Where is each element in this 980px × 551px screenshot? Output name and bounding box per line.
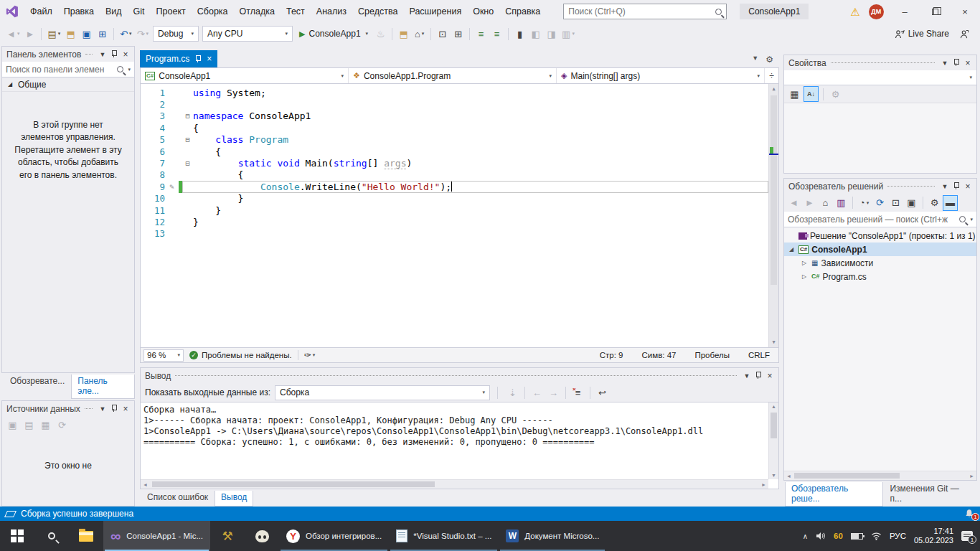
refresh-data-source-icon[interactable]: ⟳: [55, 417, 70, 433]
code-line[interactable]: 9✎ Console.WriteLine("Hello World!");: [141, 181, 768, 192]
class-dropdown[interactable]: ❖ ConsoleApp1.Program ▾: [349, 68, 557, 83]
window-position-menu-icon[interactable]: ▼: [97, 405, 108, 413]
close-icon[interactable]: ×: [120, 50, 131, 60]
tool-tab[interactable]: Обозревате...: [4, 375, 70, 399]
solution-explorer-search-input[interactable]: Обозреватель решений — поиск (Ctrl+ж ▾: [784, 212, 976, 227]
pin-icon[interactable]: [108, 50, 120, 60]
code-editor[interactable]: 1using System;23⊟namespace ConsoleApp14{…: [140, 83, 779, 348]
file-explorer-button[interactable]: [69, 521, 103, 551]
user-avatar[interactable]: ДМ: [869, 4, 884, 19]
wifi-icon[interactable]: [871, 532, 882, 540]
scrollbar-thumb[interactable]: [152, 481, 435, 487]
window-position-menu-icon[interactable]: ▼: [741, 372, 753, 380]
code-line[interactable]: 6 {: [141, 146, 768, 157]
scroll-left-icon[interactable]: ◄: [784, 471, 793, 480]
platform-dropdown[interactable]: Any CPU▾: [202, 26, 293, 42]
tree-item-solution[interactable]: Решение "ConsoleApp1" (проекты: 1 из 1): [784, 229, 976, 242]
prev-message-icon[interactable]: ←: [529, 385, 545, 400]
toolbox-title-bar[interactable]: Панель элементов ▼ ×: [2, 47, 134, 62]
save-all-icon[interactable]: ⊞: [95, 26, 110, 42]
problems-status[interactable]: Проблемы не найдены.: [202, 351, 292, 359]
pin-icon[interactable]: [753, 371, 764, 381]
close-icon[interactable]: ×: [962, 182, 974, 192]
tool-tab[interactable]: Список ошибок: [141, 491, 214, 507]
edit-data-source-icon[interactable]: ▤: [22, 417, 37, 433]
column-indicator[interactable]: Симв: 47: [642, 351, 677, 359]
code-line[interactable]: 5⊟ class Program: [141, 134, 768, 146]
battery-percent[interactable]: 60: [834, 532, 843, 540]
close-icon[interactable]: ×: [120, 404, 131, 414]
menu-item[interactable]: Расширения: [403, 0, 467, 23]
tree-item-csproject[interactable]: ◢C#ConsoleApp1: [784, 242, 976, 256]
word-wrap-icon[interactable]: ↩: [595, 385, 610, 400]
window-position-menu-icon[interactable]: ▼: [97, 51, 108, 58]
scroll-down-icon[interactable]: ▼: [769, 339, 778, 345]
navigate-back-icon[interactable]: ◄▾: [4, 26, 22, 42]
toolbox-group-general[interactable]: ◢ Общие: [2, 77, 134, 92]
tree-item-dependencies[interactable]: ▷▦Зависимости: [784, 256, 976, 270]
property-pages-icon[interactable]: ⚙: [828, 86, 843, 102]
scrollbar-thumb[interactable]: [794, 473, 900, 479]
menu-item[interactable]: Справка: [499, 0, 546, 23]
pin-icon[interactable]: [951, 182, 962, 192]
fold-collapse-icon[interactable]: ⊟: [182, 160, 193, 167]
zoom-dropdown[interactable]: 96 % ▾: [143, 349, 184, 362]
output-title-bar[interactable]: Вывод ▼ ×: [141, 368, 778, 383]
sync-with-document-icon[interactable]: ⊡: [435, 26, 450, 42]
project-dropdown[interactable]: C# ConsoleApp1 ▾: [141, 68, 349, 83]
code-line[interactable]: 12}: [141, 216, 768, 227]
scroll-down-icon[interactable]: ▼: [769, 473, 778, 478]
scrollbar-thumb[interactable]: [771, 413, 777, 438]
scroll-right-icon[interactable]: ►: [759, 480, 768, 489]
code-line[interactable]: 11 }: [141, 204, 768, 216]
minimize-button[interactable]: –: [890, 0, 920, 23]
menu-item[interactable]: Сборка: [192, 0, 234, 23]
close-icon[interactable]: ×: [764, 371, 776, 381]
action-center-icon[interactable]: 1: [961, 531, 973, 541]
restore-button[interactable]: [920, 0, 950, 23]
tab-program-cs[interactable]: Program.cs ×: [140, 50, 217, 67]
tray-overflow-icon[interactable]: ∧: [803, 532, 808, 540]
solution-explorer-title-bar[interactable]: Обозреватель решений ▼ ×: [784, 179, 976, 194]
find-in-files-icon[interactable]: ⬒: [396, 26, 411, 42]
expander-icon[interactable]: ◢: [787, 246, 796, 253]
pin-icon[interactable]: [951, 58, 962, 68]
save-icon[interactable]: ▣: [79, 26, 94, 42]
scroll-up-icon[interactable]: ▲: [769, 404, 778, 409]
line-ending-indicator[interactable]: CRLF: [748, 351, 770, 359]
menu-item[interactable]: Файл: [24, 0, 58, 23]
split-editor-handle[interactable]: ÷: [764, 68, 778, 83]
tool-tab[interactable]: Изменения Git — п...: [884, 482, 977, 507]
next-bookmark-icon[interactable]: ◨: [544, 26, 559, 42]
tool-tab[interactable]: Вывод: [215, 491, 253, 507]
active-files-dropdown-icon[interactable]: ▼: [752, 55, 758, 65]
indent-lines-icon[interactable]: ≡: [473, 26, 489, 42]
fold-collapse-icon[interactable]: ⊟: [182, 113, 193, 120]
se-preview-selected-icon[interactable]: ▬: [943, 195, 958, 211]
feedback-button[interactable]: [959, 29, 969, 39]
solution-explorer-horizontal-scrollbar[interactable]: ◄ ►: [784, 471, 976, 480]
fold-collapse-icon[interactable]: ⊟: [182, 136, 193, 143]
data-sources-title-bar[interactable]: Источники данных ▼ ×: [2, 401, 134, 416]
configuration-dropdown[interactable]: Debug▾: [153, 26, 199, 42]
code-cleanup-icon[interactable]: ✑: [304, 350, 311, 360]
scroll-right-icon[interactable]: ►: [967, 471, 976, 480]
notifications-button[interactable]: 1: [964, 509, 974, 519]
output-horizontal-scrollbar[interactable]: ◄ ►: [141, 479, 768, 489]
toggle-bookmark-icon[interactable]: ▮: [512, 26, 527, 42]
next-message-icon[interactable]: →: [546, 385, 561, 400]
se-copy-icon[interactable]: ▣: [904, 195, 919, 211]
output-vertical-scrollbar[interactable]: ▲ ▼: [768, 402, 778, 479]
battery-icon[interactable]: [851, 533, 863, 540]
tree-item-csfile[interactable]: ▷C#Program.cs: [784, 270, 976, 283]
ide-navigator-icon[interactable]: ⌂▾: [412, 26, 427, 42]
taskbar-visual-studio-button[interactable]: ∞ConsoleApp1 - Mic...: [103, 521, 210, 551]
tool-tab[interactable]: Обозреватель реше...: [785, 482, 883, 507]
line-indicator[interactable]: Стр: 9: [600, 351, 623, 359]
close-icon[interactable]: ×: [962, 58, 974, 68]
clear-all-icon[interactable]: ≡×: [570, 385, 585, 400]
taskbar-word-button[interactable]: WДокумент Microso...: [499, 521, 606, 551]
scrollbar-thumb[interactable]: [771, 95, 777, 285]
clear-bookmarks-icon[interactable]: ▥▾: [560, 26, 577, 42]
properties-title-bar[interactable]: Свойства ▼ ×: [784, 55, 976, 70]
